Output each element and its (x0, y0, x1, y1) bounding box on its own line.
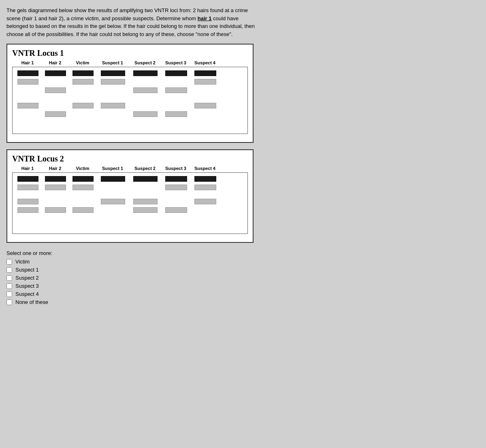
col-victim: Victim (69, 60, 96, 65)
option-suspect3[interactable]: Suspect 3 (6, 283, 480, 289)
locus1-box: VNTR Locus 1 Hair 1 Hair 2 Victim Suspec… (6, 44, 254, 143)
checkbox-suspect1[interactable] (6, 267, 12, 273)
locus1-title: VNTR Locus 1 (12, 49, 248, 58)
col2-hair1: Hair 1 (14, 166, 41, 171)
col2-suspect2: Suspect 2 (129, 166, 161, 171)
locus2-headers: Hair 1 Hair 2 Victim Suspect 1 Suspect 2… (12, 166, 248, 171)
locus2-box: VNTR Locus 2 Hair 1 Hair 2 Victim Suspec… (6, 149, 254, 243)
col2-victim: Victim (69, 166, 96, 171)
col-suspect3: Suspect 3 (161, 60, 190, 65)
label-none: None of these (15, 299, 48, 305)
label-suspect3: Suspect 3 (15, 283, 39, 289)
col-suspect2: Suspect 2 (129, 60, 161, 65)
intro-text: The gels diagrammed below show the resul… (6, 6, 258, 38)
label-suspect2: Suspect 2 (15, 275, 39, 281)
label-victim: Victim (15, 259, 30, 265)
locus2-gel (12, 172, 248, 234)
option-suspect2[interactable]: Suspect 2 (6, 275, 480, 281)
checkbox-suspect3[interactable] (6, 283, 12, 289)
label-suspect4: Suspect 4 (15, 291, 39, 297)
select-section: Select one or more: Victim Suspect 1 Sus… (6, 250, 480, 305)
col-suspect4: Suspect 4 (190, 60, 220, 65)
locus2-title: VNTR Locus 2 (12, 154, 248, 163)
label-suspect1: Suspect 1 (15, 267, 39, 273)
option-suspect1[interactable]: Suspect 1 (6, 267, 480, 273)
col-suspect1: Suspect 1 (96, 60, 129, 65)
locus1-headers: Hair 1 Hair 2 Victim Suspect 1 Suspect 2… (12, 60, 248, 65)
col2-suspect1: Suspect 1 (96, 166, 129, 171)
option-suspect4[interactable]: Suspect 4 (6, 291, 480, 297)
gel-container: VNTR Locus 1 Hair 1 Hair 2 Victim Suspec… (6, 44, 254, 243)
checkbox-victim[interactable] (6, 259, 12, 265)
checkbox-none[interactable] (6, 299, 12, 305)
checkbox-suspect2[interactable] (6, 275, 12, 281)
col-hair2: Hair 2 (41, 60, 69, 65)
col2-suspect4: Suspect 4 (190, 166, 220, 171)
select-label: Select one or more: (6, 250, 480, 256)
option-none[interactable]: None of these (6, 299, 480, 305)
col2-hair2: Hair 2 (41, 166, 69, 171)
option-victim[interactable]: Victim (6, 259, 480, 265)
locus1-gel (12, 67, 248, 134)
col2-suspect3: Suspect 3 (161, 166, 190, 171)
col-hair1: Hair 1 (14, 60, 41, 65)
checkbox-suspect4[interactable] (6, 291, 12, 297)
